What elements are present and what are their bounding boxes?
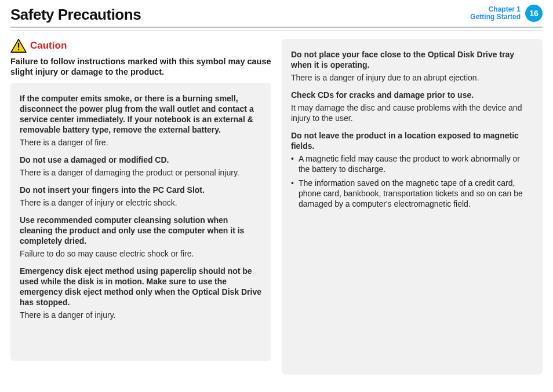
item-1-title: If the computer emits smoke, or there is… — [20, 93, 262, 135]
item-5-body: There is a danger of injury. — [20, 310, 262, 320]
item-3-title: Do not insert your fingers into the PC C… — [20, 185, 262, 195]
svg-rect-1 — [18, 43, 19, 48]
right-graybox: Do not place your face close to the Opti… — [282, 39, 543, 375]
item-7-title: Check CDs for cracks and damage prior to… — [291, 90, 533, 100]
caution-header: Caution — [10, 39, 271, 53]
chapter-meta: Chapter 1 Getting Started 16 — [470, 5, 543, 22]
item-7-body: It may damage the disc and cause problem… — [291, 102, 533, 123]
bullet-text: The information saved on the magnetic ta… — [299, 178, 533, 209]
item-1-body: There is a danger of fire. — [20, 137, 262, 148]
chapter-label: Chapter 1 Getting Started — [470, 6, 521, 21]
left-column: Caution Failure to follow instructions m… — [10, 39, 271, 375]
item-5-title: Emergency disk eject method using paperc… — [20, 266, 262, 307]
item-4-title: Use recommended computer cleansing solut… — [20, 215, 262, 246]
right-column: Do not place your face close to the Opti… — [282, 39, 543, 375]
caution-heading: Caution — [30, 40, 67, 52]
list-item: A magnetic field may cause the product t… — [291, 153, 533, 174]
title-divider — [10, 27, 543, 31]
item-6-body: There is a danger of injury due to an ab… — [291, 72, 533, 83]
item-4-body: Failure to do so may cause electric shoc… — [20, 248, 262, 259]
document-page: Safety Precautions Chapter 1 Getting Sta… — [0, 0, 553, 392]
item-2-title: Do not use a damaged or modified CD. — [20, 155, 262, 165]
caution-icon — [10, 39, 27, 53]
list-item: The information saved on the magnetic ta… — [291, 178, 533, 209]
page-title: Safety Precautions — [10, 6, 141, 24]
svg-rect-2 — [18, 49, 19, 50]
item-3-body: There is a danger of injury or electric … — [20, 197, 262, 208]
item-8-bullets: A magnetic field may cause the product t… — [291, 153, 533, 209]
header-bar: Safety Precautions Chapter 1 Getting Sta… — [10, 6, 543, 27]
content-columns: Caution Failure to follow instructions m… — [10, 39, 543, 375]
left-graybox: If the computer emits smoke, or there is… — [10, 83, 271, 361]
bullet-text: A magnetic field may cause the product t… — [299, 153, 533, 174]
chapter-line-2: Getting Started — [470, 13, 521, 21]
item-6-title: Do not place your face close to the Opti… — [291, 49, 533, 70]
item-2-body: There is a danger of damaging the produc… — [20, 167, 262, 178]
caution-intro: Failure to follow instructions marked wi… — [10, 56, 271, 77]
page-number-badge: 16 — [525, 5, 543, 22]
item-8-title: Do not leave the product in a location e… — [291, 130, 533, 151]
